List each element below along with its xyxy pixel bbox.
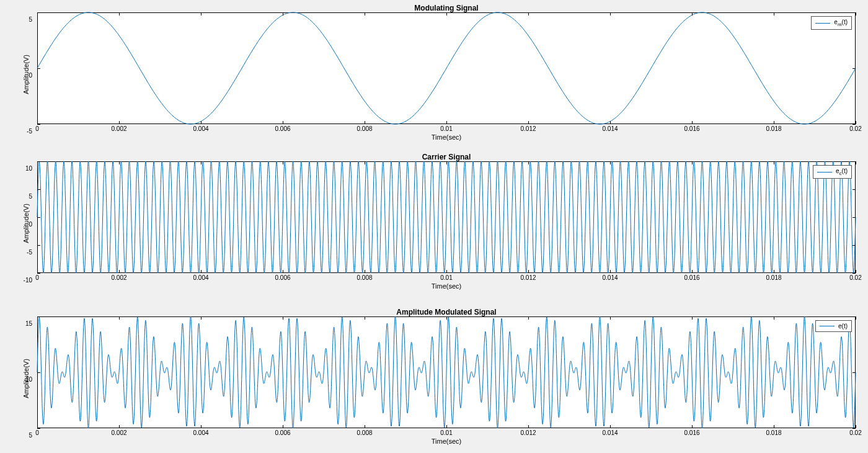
subplot-modulating: Modulating Signal 00.0020.0040.0060.0080… [37, 12, 856, 137]
legend[interactable]: em(t) [811, 16, 852, 30]
x-tick-mark [365, 161, 365, 164]
x-tick-mark [201, 12, 202, 16]
y-tick-label: 10 [25, 165, 32, 172]
y-tick-mark [37, 217, 40, 218]
y-tick-mark [37, 273, 40, 274]
x-tick-mark [692, 270, 693, 273]
y-tick-mark [852, 124, 856, 125]
x-tick-mark [365, 316, 365, 320]
y-tick-mark [852, 161, 856, 162]
x-tick-mark [610, 270, 611, 273]
x-tick-mark [610, 12, 611, 16]
subplot-title: Carrier Signal [37, 153, 856, 161]
subplot-title: Amplitude Modulated Signal [37, 308, 856, 316]
x-tick-mark [446, 12, 447, 16]
x-tick-mark [119, 12, 120, 16]
x-tick-mark [201, 270, 202, 273]
axes-box[interactable] [37, 316, 856, 428]
x-tick-mark [119, 270, 120, 273]
y-tick-mark [852, 12, 856, 13]
y-tick-mark [37, 12, 40, 13]
legend-label: em(t) [834, 19, 848, 27]
legend-label: e(t) [838, 323, 848, 330]
x-tick-mark [610, 316, 611, 320]
x-tick-mark [446, 161, 447, 164]
x-tick-mark [119, 121, 120, 124]
y-tick-mark [852, 428, 856, 429]
x-tick-mark [119, 161, 120, 164]
x-tick-mark [692, 425, 693, 428]
legend-color-swatch [815, 23, 830, 24]
x-tick-mark [610, 161, 611, 164]
x-tick-mark [610, 121, 611, 124]
x-tick-mark [201, 316, 202, 320]
axes-box[interactable] [37, 12, 856, 124]
x-tick-mark [119, 316, 120, 320]
y-tick-label: 5 [29, 432, 32, 439]
x-tick-mark [856, 425, 856, 428]
x-tick-mark [856, 316, 856, 320]
y-tick-mark [37, 316, 40, 317]
x-tick-mark [774, 425, 774, 428]
y-axis-label: Amplitude(V) [22, 55, 30, 94]
x-tick-mark [774, 12, 774, 16]
x-tick-mark [856, 121, 856, 124]
subplot-carrier: Carrier Signal 00.0020.0040.0060.0080.01… [37, 161, 856, 285]
legend-color-swatch [817, 172, 832, 173]
x-tick-mark [446, 270, 447, 273]
y-tick-label: -5 [27, 249, 32, 256]
x-tick-mark [119, 425, 120, 428]
x-axis-label: Time(sec) [37, 133, 856, 141]
y-tick-mark [852, 273, 856, 274]
figure: Modulating Signal 00.0020.0040.0060.0080… [0, 0, 868, 453]
x-tick-mark [856, 12, 856, 16]
y-tick-label: 5 [29, 193, 32, 200]
legend[interactable]: e(t) [815, 320, 852, 332]
axes-box[interactable] [37, 161, 856, 273]
x-tick-mark [283, 161, 283, 164]
x-tick-mark [201, 121, 202, 124]
legend-label: ec(t) [836, 168, 848, 176]
y-axis-label: Amplitude(V) [22, 359, 30, 398]
x-tick-mark [610, 425, 611, 428]
x-tick-mark [528, 121, 529, 124]
x-tick-mark [446, 316, 447, 320]
x-tick-mark [528, 12, 529, 16]
y-tick-mark [852, 316, 856, 317]
x-tick-mark [283, 316, 283, 320]
x-tick-mark [201, 161, 202, 164]
legend[interactable]: ec(t) [813, 165, 852, 179]
y-tick-mark [37, 245, 40, 246]
subplot-title: Modulating Signal [37, 4, 856, 12]
x-tick-mark [692, 121, 693, 124]
y-tick-mark [37, 189, 40, 190]
y-tick-label: 5 [29, 16, 32, 23]
y-tick-label: -5 [27, 128, 32, 135]
y-tick-mark [37, 428, 40, 429]
x-tick-mark [283, 425, 283, 428]
x-tick-mark [692, 161, 693, 164]
x-tick-mark [774, 270, 774, 273]
y-tick-mark [37, 372, 40, 373]
y-tick-mark [37, 161, 40, 162]
x-tick-mark [528, 425, 529, 428]
y-tick-mark [37, 124, 40, 125]
x-tick-mark [365, 270, 365, 273]
x-axis-label: Time(sec) [37, 437, 856, 445]
y-tick-label: -10 [24, 277, 32, 284]
y-tick-mark [852, 245, 856, 246]
x-tick-mark [692, 12, 693, 16]
y-tick-mark [852, 189, 856, 190]
x-tick-mark [365, 12, 365, 16]
legend-color-swatch [820, 326, 835, 326]
y-tick-label: 15 [25, 320, 32, 327]
x-tick-mark [283, 121, 283, 124]
x-tick-mark [528, 316, 529, 320]
y-tick-mark [852, 372, 856, 373]
x-tick-mark [528, 161, 529, 164]
y-tick-mark [852, 217, 856, 218]
x-tick-mark [528, 270, 529, 273]
y-tick-mark [852, 68, 856, 69]
x-tick-mark [774, 121, 774, 124]
x-tick-mark [774, 161, 774, 164]
